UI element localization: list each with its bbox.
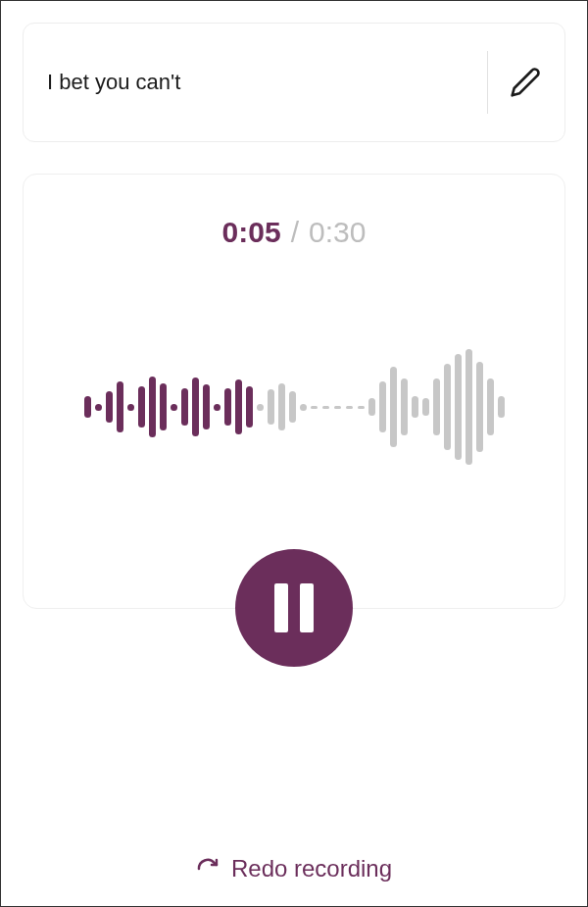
waveform-dot	[127, 404, 134, 411]
waveform-bar	[368, 398, 375, 416]
pause-icon	[274, 583, 314, 632]
waveform-bar	[224, 388, 231, 426]
divider	[487, 51, 488, 114]
waveform-bar	[455, 354, 462, 460]
waveform-bar	[149, 377, 156, 437]
waveform-bar	[268, 389, 274, 425]
title-card: I bet you can't	[23, 23, 565, 142]
redo-recording-button[interactable]: Redo recording	[196, 855, 392, 882]
waveform-bar	[487, 378, 494, 435]
timer-separator: /	[291, 216, 299, 249]
waveform-bar	[203, 384, 210, 429]
waveform-bar	[444, 364, 451, 450]
edit-icon[interactable]	[510, 67, 541, 98]
timer: 0:05 / 0:30	[222, 216, 367, 249]
waveform-dot	[171, 404, 177, 411]
waveform-bar	[235, 379, 242, 434]
waveform-bar	[246, 386, 253, 428]
waveform-dot	[95, 404, 102, 411]
waveform-bar	[412, 396, 418, 418]
waveform-bar	[117, 381, 123, 432]
waveform-bar	[278, 383, 285, 430]
waveform-bar	[390, 367, 397, 447]
waveform-bar	[379, 381, 386, 432]
waveform-bar	[476, 362, 483, 452]
waveform-bar	[181, 388, 188, 426]
waveform-bar	[498, 396, 505, 418]
recording-title: I bet you can't	[47, 70, 180, 95]
waveform-bar	[138, 386, 145, 428]
waveform-gap	[311, 406, 365, 409]
redo-label: Redo recording	[231, 855, 392, 882]
recording-panel: 0:05 / 0:30	[23, 174, 565, 609]
waveform-bar	[422, 398, 429, 416]
waveform-bar	[106, 391, 113, 423]
waveform-dot	[257, 404, 264, 411]
waveform-bar	[192, 378, 199, 436]
waveform	[84, 343, 505, 471]
waveform-dot	[214, 404, 220, 411]
waveform-bar	[433, 378, 440, 435]
waveform-bar	[160, 383, 167, 430]
timer-total: 0:30	[309, 216, 366, 249]
waveform-dot	[300, 404, 307, 411]
redo-icon	[196, 857, 220, 881]
pause-button[interactable]	[235, 549, 353, 667]
waveform-bar	[401, 378, 408, 435]
waveform-bar	[84, 396, 91, 418]
waveform-bar	[466, 349, 472, 465]
timer-current: 0:05	[222, 216, 281, 249]
waveform-bar	[289, 391, 296, 423]
